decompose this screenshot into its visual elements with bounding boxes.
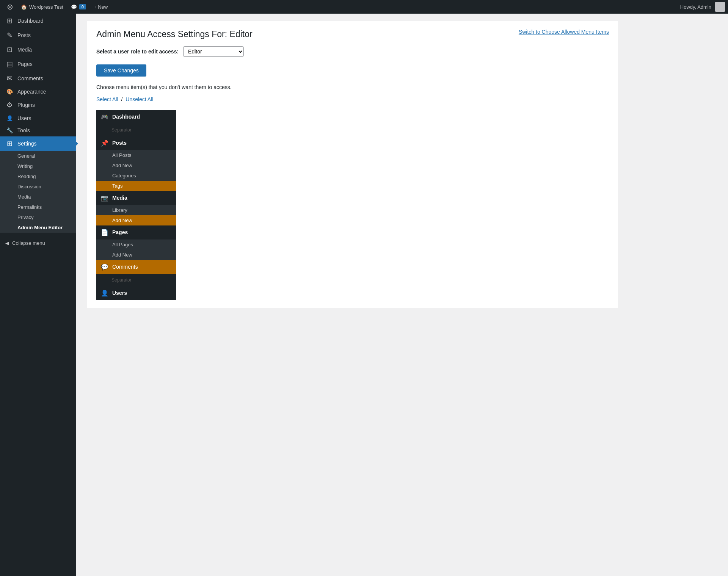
mp-users[interactable]: 👤 Users	[96, 286, 176, 300]
comments-button[interactable]: 💬 0	[67, 0, 90, 14]
mp-add-new-media[interactable]: Add New	[96, 215, 176, 225]
mp-media-label: Media	[112, 195, 127, 201]
unselect-all-link[interactable]: Unselect All	[126, 96, 153, 102]
mp-pages[interactable]: 📄 Pages	[96, 225, 176, 239]
submenu-item-admin-menu-editor[interactable]: Admin Menu Editor	[0, 222, 76, 233]
submenu-item-privacy[interactable]: Privacy	[0, 212, 76, 222]
home-icon: 🏠	[21, 4, 27, 10]
sidebar-item-users[interactable]: 👤 Users	[0, 112, 76, 124]
plugins-icon: ⚙	[5, 101, 14, 109]
mp-dashboard-icon: 🎮	[101, 113, 108, 121]
mp-library[interactable]: Library	[96, 205, 176, 215]
sidebar-item-media[interactable]: ⊡ Media	[0, 42, 76, 57]
submenu-item-writing[interactable]: Writing	[0, 161, 76, 171]
mp-all-posts[interactable]: All Posts	[96, 150, 176, 160]
sidebar-item-appearance[interactable]: 🎨 Appearance	[0, 86, 76, 98]
mp-add-new-post[interactable]: Add New	[96, 160, 176, 171]
mp-tags[interactable]: Tags	[96, 181, 176, 191]
menu-preview: 🎮 Dashboard Separator 📌 Posts All Posts …	[96, 110, 176, 300]
mp-pages-label: Pages	[112, 229, 128, 235]
mp-posts-label: Posts	[112, 140, 127, 146]
mp-posts[interactable]: 📌 Posts	[96, 136, 176, 150]
submenu-item-permalinks[interactable]: Permalinks	[0, 202, 76, 212]
mp-users-label: Users	[112, 290, 127, 296]
collapse-menu-button[interactable]: ◀ Collapse menu	[0, 236, 76, 250]
mp-posts-icon: 📌	[101, 139, 108, 147]
mp-all-pages[interactable]: All Pages	[96, 239, 176, 250]
new-content-button[interactable]: + New	[90, 0, 111, 14]
comments-count: 0	[79, 4, 86, 9]
site-name-button[interactable]: 🏠 Wordpress Test	[17, 0, 67, 14]
admin-avatar	[715, 2, 725, 12]
mp-comments-label: Comments	[112, 264, 138, 270]
mp-separator-2[interactable]: Separator	[96, 274, 176, 286]
instruction-text: Choose menu item(s) that you don't want …	[96, 84, 609, 90]
save-changes-button[interactable]: Save Changes	[96, 64, 146, 77]
sidebar-item-plugins[interactable]: ⚙ Plugins	[0, 98, 76, 112]
sidebar-item-tools[interactable]: 🔧 Tools	[0, 124, 76, 136]
switch-to-allowed-link[interactable]: Switch to Choose Allowed Menu Items	[519, 29, 609, 35]
comments-nav-icon: ✉	[5, 74, 14, 83]
new-label: + New	[94, 4, 108, 10]
mp-pages-icon: 📄	[101, 229, 108, 236]
mp-categories[interactable]: Categories	[96, 171, 176, 181]
role-select-label: Select a user role to edit access:	[96, 49, 179, 55]
settings-submenu: General Writing Reading Discussion Media…	[0, 151, 76, 233]
mp-users-icon: 👤	[101, 290, 108, 297]
admin-bar: ⊛ 🏠 Wordpress Test 💬 0 + New Howdy, Admi…	[0, 0, 728, 14]
submenu-item-media[interactable]: Media	[0, 192, 76, 202]
users-icon: 👤	[5, 115, 14, 121]
site-name-label: Wordpress Test	[29, 4, 63, 10]
submenu-item-reading[interactable]: Reading	[0, 171, 76, 182]
mp-dashboard-label: Dashboard	[112, 114, 140, 120]
pages-icon: ▤	[5, 60, 14, 68]
sidebar-item-settings[interactable]: ⊞ Settings	[0, 136, 76, 151]
tools-icon: 🔧	[5, 127, 14, 133]
appearance-icon: 🎨	[5, 89, 14, 95]
role-select-dropdown[interactable]: Administrator Editor Author Contributor …	[183, 46, 244, 57]
wp-logo-button[interactable]: ⊛	[3, 0, 17, 14]
comments-icon: 💬	[71, 4, 77, 10]
sidebar-item-pages[interactable]: ▤ Pages	[0, 57, 76, 71]
settings-icon: ⊞	[5, 139, 14, 148]
dashboard-icon: ⊞	[5, 17, 14, 25]
collapse-menu-label: Collapse menu	[12, 240, 45, 246]
mp-dashboard[interactable]: 🎮 Dashboard	[96, 110, 176, 124]
media-icon: ⊡	[5, 45, 14, 54]
mp-add-new-page[interactable]: Add New	[96, 250, 176, 260]
submenu-item-general[interactable]: General	[0, 151, 76, 161]
mp-media[interactable]: 📷 Media	[96, 191, 176, 205]
howdy-label: Howdy, Admin	[680, 4, 711, 10]
select-all-link[interactable]: Select All	[96, 96, 118, 102]
mp-separator-1[interactable]: Separator	[96, 124, 176, 136]
mp-comments-icon: 💬	[101, 263, 108, 271]
sidebar-item-dashboard[interactable]: ⊞ Dashboard	[0, 14, 76, 28]
sidebar-item-posts[interactable]: ✎ Posts	[0, 28, 76, 42]
collapse-arrow-icon: ◀	[5, 240, 9, 246]
posts-icon: ✎	[5, 31, 14, 39]
submenu-item-discussion[interactable]: Discussion	[0, 182, 76, 192]
sidebar-item-comments[interactable]: ✉ Comments	[0, 71, 76, 86]
mp-comments[interactable]: 💬 Comments	[96, 260, 176, 274]
mp-media-icon: 📷	[101, 194, 108, 202]
select-links-row: Select All / Unselect All	[96, 96, 609, 102]
page-title: Admin Menu Access Settings For: Editor	[96, 29, 253, 40]
admin-sidebar: ⊞ Dashboard ✎ Posts ⊡ Media ▤ Pages ✉ Co…	[0, 14, 76, 576]
wp-logo-icon: ⊛	[7, 2, 13, 11]
